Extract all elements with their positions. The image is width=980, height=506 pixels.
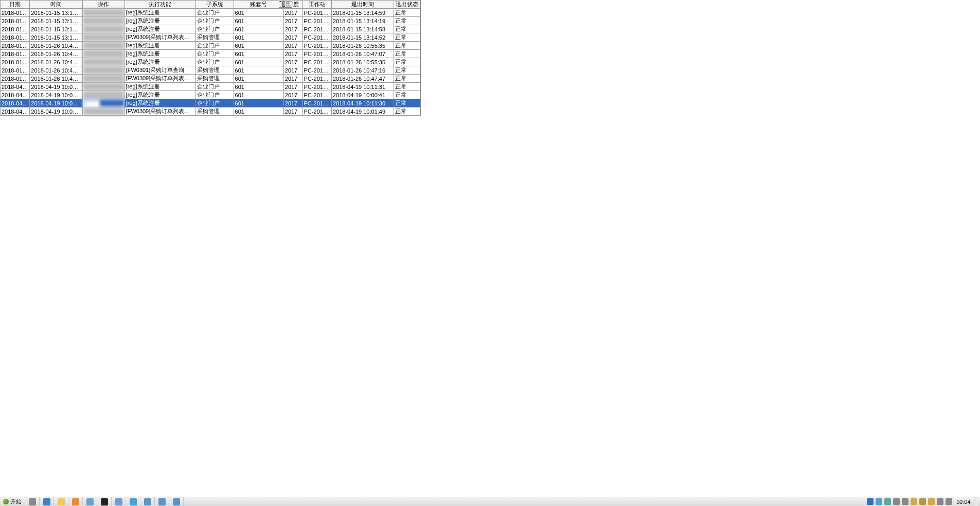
cell-station: PC-20141... [302, 107, 331, 116]
cell-func: [reg]系统注册 [124, 58, 195, 66]
col-header-exitstatus[interactable]: 退出状态 [394, 1, 420, 9]
table-row[interactable]: 2018-01-262018-01-26 10:47:07████[reg]系统… [1, 58, 420, 66]
table-row[interactable]: 2018-04-192018-04-19 10:00:46████[FW0309… [1, 107, 420, 116]
col-header-function[interactable]: 执行功能 [124, 1, 195, 9]
uc-browser-icon[interactable] [68, 497, 83, 506]
cell-station: PC-20141... [302, 9, 331, 17]
cell-oper: ████ [82, 66, 124, 75]
cell-year: 2017 [283, 17, 302, 25]
table-row[interactable]: 2018-04-192018-04-19 10:00:41████[reg]系统… [1, 91, 420, 99]
tray-volume[interactable] [946, 498, 952, 505]
cell-date: 2018-01-26 [1, 58, 30, 66]
cell-subsys: 企业门户 [195, 99, 234, 107]
cell-station: PC-20141... [302, 25, 331, 33]
cell-exittime: 2018-01-26 10:55:35 [331, 58, 394, 66]
col-header-date[interactable]: 日期 [1, 1, 30, 9]
cell-year: 2017 [283, 91, 302, 99]
cell-year: 2017 [283, 50, 302, 58]
cell-date: 2018-04-19 [1, 91, 30, 99]
table-row[interactable]: 2018-01-152018-01-15 13:14:19████[reg]系统… [1, 25, 420, 33]
tray-network[interactable] [937, 498, 943, 505]
tray-icon-1[interactable] [919, 498, 926, 505]
cell-station: PC-20141... [302, 75, 331, 83]
col-header-subsystem[interactable]: 子系统 [195, 1, 234, 9]
cell-acct: 601 [234, 66, 283, 75]
cell-oper: ████ [82, 17, 124, 25]
cell-date: 2018-04-19 [1, 83, 30, 91]
cell-year: 2017 [283, 33, 302, 42]
table-row[interactable]: 2018-01-152018-01-15 13:14:25████[FW0309… [1, 33, 420, 42]
table-row[interactable]: 2018-01-262018-01-26 10:47:07████[reg]系统… [1, 50, 420, 58]
window-icon[interactable] [169, 497, 184, 506]
cell-func: [FW0309]采购订单列表查询 [124, 33, 195, 42]
cmd-icon[interactable] [97, 497, 112, 506]
cell-station: PC-20141... [302, 66, 331, 75]
tray-shield[interactable] [911, 498, 917, 505]
col-header-account[interactable]: 账套号 [234, 1, 283, 9]
cell-subsys: 企业门户 [195, 91, 234, 99]
cell-time: 2018-04-19 10:00:40 [30, 83, 82, 91]
cell-time: 2018-01-26 10:47:17 [30, 75, 82, 83]
tray-power[interactable] [893, 498, 900, 505]
taskbar-clock[interactable]: 10:04 [956, 499, 973, 505]
table-row[interactable]: 2018-04-192018-04-19 10:00:40████[reg]系统… [1, 83, 420, 91]
cell-year: 2017 [283, 42, 302, 50]
tray-globe[interactable] [876, 498, 882, 505]
cell-acct: 601 [234, 107, 283, 116]
log-table-container: 退出 日期 时间 操作 执行功能 子系统 账套号 年度 工作站 退出时间 退出状… [0, 0, 421, 116]
cell-acct: 601 [234, 83, 283, 91]
cell-exitstat: 正常 [394, 75, 420, 83]
col-header-workstation[interactable]: 工作站 [302, 1, 331, 9]
cell-acct: 601 [234, 99, 283, 107]
cell-exitstat: 正常 [394, 9, 420, 17]
cell-func: [reg]系统注册 [124, 50, 195, 58]
cell-exittime: 2018-01-15 13:14:52 [331, 33, 394, 42]
cell-time: 2018-04-19 10:00:41 [30, 91, 82, 99]
cell-date: 2018-01-15 [1, 9, 30, 17]
start-button[interactable]: 开始 [0, 497, 25, 506]
cell-exittime: 2018-01-15 13:14:58 [331, 25, 394, 33]
cell-oper: ████ [82, 33, 124, 42]
cell-subsys: 企业门户 [195, 25, 234, 33]
tray-app-blue[interactable] [867, 498, 874, 505]
cell-exitstat: 正常 [394, 50, 420, 58]
tray-icon-2[interactable] [928, 498, 935, 505]
cell-exittime: 2018-01-26 10:47:07 [331, 50, 394, 58]
cell-exittime: 2018-04-19 10:01:49 [331, 107, 394, 116]
cell-time: 2018-04-19 10:00:41 [30, 99, 82, 107]
table-row[interactable]: 2018-01-152018-01-15 13:14:17████[reg]系统… [1, 9, 420, 17]
cell-year: 2017 [283, 75, 302, 83]
table-row[interactable]: 2018-01-262018-01-26 10:47:06████[reg]系统… [1, 42, 420, 50]
table-row[interactable]: 2018-01-262018-01-26 10:47:12████[FW0301… [1, 66, 420, 75]
cell-exittime: 2018-04-19 10:00:41 [331, 91, 394, 99]
desktop-panel-icon[interactable] [25, 497, 40, 506]
show-desktop-button[interactable] [974, 497, 978, 506]
cell-year: 2017 [283, 83, 302, 91]
cell-acct: 601 [234, 17, 283, 25]
task-icon[interactable] [155, 497, 169, 506]
col-header-operator[interactable]: 操作 [82, 1, 124, 9]
app-window-icon[interactable] [83, 497, 97, 506]
table-row[interactable]: 2018-04-192018-04-19 10:00:41████[reg]系统… [1, 99, 420, 107]
tray-help[interactable] [884, 498, 891, 505]
cell-station: PC-20141... [302, 99, 331, 107]
col-header-time[interactable]: 时间 [30, 1, 82, 9]
cell-oper: ████ [82, 50, 124, 58]
table-row[interactable]: 2018-01-262018-01-26 10:47:17████[FW0309… [1, 75, 420, 83]
app-icon-2[interactable] [112, 497, 126, 506]
cell-acct: 601 [234, 75, 283, 83]
cell-year: 2017 [283, 25, 302, 33]
blue-circle-icon[interactable] [126, 497, 140, 506]
table-row[interactable]: 2018-01-152018-01-15 13:14:18████[reg]系统… [1, 17, 420, 25]
blue-circle-icon-glyph [130, 498, 137, 505]
tray-chevron[interactable] [902, 498, 908, 505]
cell-acct: 601 [234, 91, 283, 99]
cell-station: PC-20141... [302, 17, 331, 25]
cell-exittime: 2018-01-26 10:55:35 [331, 42, 394, 50]
explorer-icon[interactable] [40, 497, 54, 506]
folder-icon[interactable] [54, 497, 68, 506]
cell-func: [reg]系统注册 [124, 99, 195, 107]
list-icon[interactable] [140, 497, 155, 506]
cell-subsys: 企业门户 [195, 58, 234, 66]
col-header-exittime[interactable]: 退出时间 [331, 1, 394, 9]
